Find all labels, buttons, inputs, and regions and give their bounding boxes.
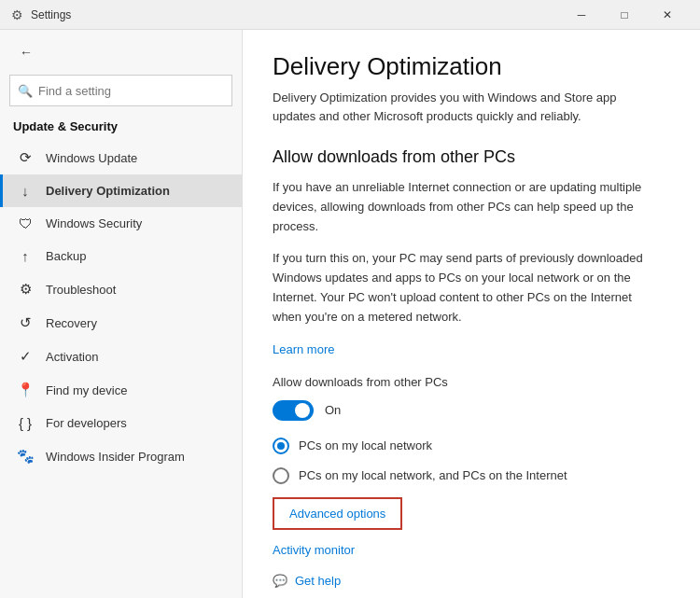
title-bar-left: ⚙ Settings — [11, 7, 560, 22]
sidebar-item-label: Windows Insider Program — [46, 450, 185, 464]
page-title: Delivery Optimization — [273, 52, 670, 81]
page-description: Delivery Optimization provides you with … — [273, 89, 646, 125]
sidebar-item-label: Find my device — [46, 383, 127, 397]
radio-circle-internet[interactable] — [273, 467, 289, 484]
close-button[interactable]: ✕ — [646, 0, 689, 30]
sidebar-item-backup[interactable]: ↑ Backup — [0, 240, 242, 272]
sidebar-nav-top: ← — [0, 30, 242, 75]
get-help-label: Get help — [295, 574, 341, 588]
maximize-button[interactable]: □ — [603, 0, 646, 30]
sidebar-item-for-developers[interactable]: { } For developers — [0, 407, 242, 439]
sidebar-item-windows-security[interactable]: 🛡 Windows Security — [0, 207, 242, 240]
radio-label-local: PCs on my local network — [299, 438, 432, 452]
windows-insider-icon: 🐾 — [16, 448, 35, 465]
main-content: Delivery Optimization Delivery Optimizat… — [243, 30, 700, 598]
body-text-2: If you turn this on, your PC may send pa… — [273, 249, 646, 327]
for-developers-icon: { } — [16, 415, 35, 431]
sidebar-item-label: Delivery Optimization — [46, 184, 170, 198]
learn-more-link[interactable]: Learn more — [273, 342, 334, 356]
sidebar-item-find-device[interactable]: 📍 Find my device — [0, 373, 242, 407]
sidebar-item-label: For developers — [46, 416, 127, 430]
radio-circle-local[interactable] — [273, 438, 289, 454]
back-button[interactable]: ← — [13, 39, 39, 65]
toggle-row: On — [273, 400, 670, 421]
section-title: Allow downloads from other PCs — [273, 147, 670, 167]
toggle-slider — [273, 400, 314, 421]
allow-downloads-label: Allow downloads from other PCs — [273, 375, 670, 389]
find-device-icon: 📍 — [16, 382, 35, 398]
radio-label-internet: PCs on my local network, and PCs on the … — [299, 468, 567, 482]
sidebar-item-label: Activation — [46, 350, 98, 364]
app-container: ← 🔍 Update & Security ⟳ Windows Update ↓… — [0, 30, 700, 598]
sidebar-item-label: Windows Update — [46, 151, 137, 165]
sidebar-item-label: Recovery — [46, 316, 97, 330]
recovery-icon: ↺ — [16, 314, 35, 331]
advanced-options-button[interactable]: Advanced options — [273, 497, 402, 530]
search-icon: 🔍 — [18, 84, 33, 98]
sidebar-section-title: Update & Security — [0, 114, 242, 141]
settings-app-icon: ⚙ — [11, 7, 23, 22]
delivery-optimization-icon: ↓ — [16, 183, 35, 199]
activation-icon: ✓ — [16, 348, 35, 365]
sidebar-item-troubleshoot[interactable]: ⚙ Troubleshoot — [0, 272, 242, 306]
title-bar-title: Settings — [31, 8, 71, 21]
sidebar-item-windows-update[interactable]: ⟳ Windows Update — [0, 141, 242, 174]
troubleshoot-icon: ⚙ — [16, 281, 35, 298]
toggle-switch[interactable] — [273, 400, 314, 421]
windows-update-icon: ⟳ — [16, 149, 35, 166]
get-help-icon: 💬 — [273, 574, 287, 588]
sidebar-search-box[interactable]: 🔍 — [9, 75, 232, 106]
search-input[interactable] — [38, 84, 224, 98]
sidebar-item-label: Backup — [46, 249, 86, 263]
sidebar-item-label: Windows Security — [46, 216, 142, 230]
windows-security-icon: 🛡 — [16, 216, 35, 231]
radio-option-local[interactable]: PCs on my local network — [273, 438, 670, 454]
sidebar-item-delivery-optimization[interactable]: ↓ Delivery Optimization — [0, 174, 242, 207]
sidebar: ← 🔍 Update & Security ⟳ Windows Update ↓… — [0, 30, 243, 598]
minimize-button[interactable]: ─ — [560, 0, 603, 30]
sidebar-item-recovery[interactable]: ↺ Recovery — [0, 306, 242, 340]
toggle-on-label: On — [325, 403, 341, 417]
sidebar-item-windows-insider[interactable]: 🐾 Windows Insider Program — [0, 439, 242, 473]
title-bar-controls: ─ □ ✕ — [560, 0, 689, 30]
sidebar-item-label: Troubleshoot — [46, 283, 116, 297]
sidebar-item-activation[interactable]: ✓ Activation — [0, 340, 242, 373]
radio-option-internet[interactable]: PCs on my local network, and PCs on the … — [273, 467, 670, 484]
body-text-1: If you have an unreliable Internet conne… — [273, 178, 646, 236]
get-help-row[interactable]: 💬 Get help — [273, 574, 670, 588]
backup-icon: ↑ — [16, 248, 35, 264]
title-bar: ⚙ Settings ─ □ ✕ — [0, 0, 700, 30]
activity-monitor-link[interactable]: Activity monitor — [273, 543, 670, 557]
